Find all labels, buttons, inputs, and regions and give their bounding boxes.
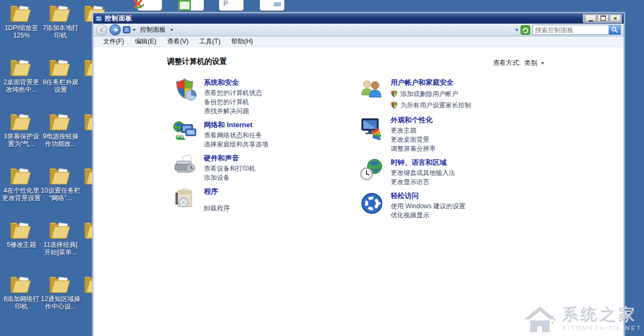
category-links: 查看设备和打印机添加设备	[204, 164, 255, 182]
task-link[interactable]: 调整屏幕分辨率	[391, 144, 436, 154]
control-panel-window: 控制面板 × 控制面板	[93, 13, 624, 336]
category-link-row: 查看设备和打印机	[204, 164, 255, 173]
category-title-R-1[interactable]: 外观和个性化	[391, 115, 433, 125]
category-title-L-0[interactable]: 系统和安全	[204, 78, 239, 87]
cutoff-doc-icon-green[interactable]	[176, 0, 204, 11]
menu-item-4[interactable]: 帮助(H)	[226, 37, 259, 46]
task-link[interactable]: 更改显示语言	[391, 178, 429, 187]
category-text: 程序 卸载程序	[204, 186, 230, 213]
green-mark-icon	[178, 0, 191, 11]
desktop-folder-item[interactable]: 5修改主题	[0, 219, 43, 273]
task-link[interactable]: 添加或删除用户帐户	[400, 89, 458, 99]
doc-page	[219, 0, 244, 11]
task-link[interactable]: 添加设备	[204, 173, 230, 182]
task-link[interactable]: 优化视频显示	[391, 211, 429, 220]
users-category-icon[interactable]	[359, 77, 385, 103]
control-panel-category: 时钟、语言和区域 更改键盘或其他输入法更改显示语言	[359, 157, 541, 187]
cutoff-doc-icon-p[interactable]: P	[216, 0, 244, 11]
category-column-right: 用户帐户和家庭安全 添加或删除用户帐户为所有用户设置家长控制 外观和个性化 更改…	[359, 77, 541, 224]
appearance-category-icon[interactable]	[359, 115, 385, 141]
close-button[interactable]: ×	[610, 14, 621, 22]
task-link[interactable]: 更改主题	[391, 126, 416, 135]
menu-item-3[interactable]: 工具(T)	[194, 37, 225, 46]
task-link[interactable]: 查看网络状态和任务	[204, 131, 262, 140]
task-link[interactable]: 查看设备和打印机	[204, 164, 255, 173]
category-links: 查看您的计算机状态备份您的计算机查找并解决问题	[204, 89, 262, 116]
task-link[interactable]: 更改键盘或其他输入法	[391, 169, 455, 178]
folder-label: 5修改主题	[7, 241, 36, 249]
printer-category-icon[interactable]	[172, 153, 198, 179]
category-link-row: 添加设备	[204, 173, 255, 182]
task-link[interactable]: 选择家庭组和共享选项	[204, 140, 268, 149]
minimize-icon	[589, 15, 593, 21]
desktop-folder-item[interactable]: 1DPI缩放至 125%	[0, 2, 43, 56]
view-by-chevron-down-icon[interactable]	[541, 62, 544, 64]
desktop-folder-item[interactable]: 2桌面背景更 改纯色中...	[0, 56, 43, 111]
history-chevron-down-icon[interactable]	[515, 29, 518, 31]
desktop-folder-item[interactable]: 6添加网络打 印机	[0, 273, 43, 327]
control-panel-category: 用户帐户和家庭安全 添加或删除用户帐户为所有用户设置家长控制	[359, 77, 541, 111]
menu-item-1[interactable]: 编辑(E)	[129, 37, 162, 46]
task-link[interactable]: 查看您的计算机状态	[204, 89, 262, 98]
task-link[interactable]: 更改桌面背景	[391, 135, 429, 144]
blue-mark-icon	[274, 2, 281, 6]
desktop-icon-column-1: 1DPI缩放至 125% 2桌面背景更 改纯色中... 3屏幕保护设 置为“气.…	[0, 2, 43, 327]
refresh-icon[interactable]	[521, 25, 530, 35]
search-input[interactable]	[533, 26, 609, 34]
menu-item-0[interactable]: 文件(F)	[98, 37, 129, 46]
task-link[interactable]: 查找并解决问题	[204, 107, 249, 116]
folder-label: 6添加网络打 印机	[4, 295, 40, 310]
forward-arrow-icon	[113, 27, 118, 32]
titlebar[interactable]: 控制面板 ×	[93, 13, 624, 24]
task-link[interactable]: 卸载程序	[204, 204, 230, 213]
clock-category-icon[interactable]	[359, 157, 385, 183]
task-link[interactable]: 备份您的计算机	[204, 98, 249, 107]
cutoff-doc-icon-x[interactable]	[134, 0, 162, 11]
address-breadcrumb[interactable]: 控制面板	[140, 25, 166, 34]
folder-label: 3屏幕保护设 置为“气...	[4, 133, 40, 148]
menu-item-2[interactable]: 查看(V)	[162, 37, 194, 46]
ease-category-icon[interactable]	[359, 191, 385, 216]
category-text: 系统和安全 查看您的计算机状态备份您的计算机查找并解决问题	[204, 77, 262, 116]
control-panel-category: 系统和安全 查看您的计算机状态备份您的计算机查找并解决问题	[172, 77, 355, 116]
forward-button[interactable]	[109, 24, 121, 35]
back-button[interactable]	[96, 24, 107, 35]
folder-label: 8任务栏外观 设置	[43, 78, 79, 93]
cutoff-doc-icon-plain[interactable]	[257, 0, 284, 11]
desktop-folder-item[interactable]: 4在个性化里 更改背景设置	[0, 165, 43, 219]
breadcrumb-chevron-down-icon[interactable]	[170, 29, 173, 31]
category-text: 轻松访问 使用 Windows 建议的设置优化视频显示	[391, 191, 465, 220]
network-category-icon[interactable]	[172, 120, 198, 145]
category-title-L-2[interactable]: 硬件和声音	[204, 154, 239, 163]
task-link[interactable]: 为所有用户设置家长控制	[400, 100, 471, 111]
category-text: 外观和个性化 更改主题更改桌面背景调整屏幕分辨率	[391, 115, 436, 154]
minimize-button[interactable]	[585, 14, 596, 22]
task-link[interactable]: 使用 Windows 建议的设置	[391, 202, 465, 211]
navigation-toolbar: 控制面板	[93, 24, 624, 36]
folder-icon	[48, 273, 73, 295]
desktop-folder-item[interactable]: 3屏幕保护设 置为“气...	[0, 111, 43, 165]
folder-icon	[9, 219, 34, 240]
search-button[interactable]	[609, 25, 620, 34]
program-category-icon[interactable]	[172, 186, 198, 212]
desktop: P 1DPI缩放至 125% 2桌面背景更 改纯色中... 3	[0, 0, 644, 336]
category-title-L-1[interactable]: 网络和 Internet	[204, 120, 252, 130]
category-title-R-2[interactable]: 时钟、语言和区域	[391, 158, 447, 167]
category-title-R-0[interactable]: 用户帐户和家庭安全	[391, 78, 453, 87]
category-text: 硬件和声音 查看设备和打印机添加设备	[204, 153, 255, 182]
address-chevron-down-icon[interactable]	[133, 29, 136, 31]
category-link-row: 查看网络状态和任务	[204, 131, 268, 140]
address-location-icon[interactable]	[123, 26, 130, 33]
shield-category-icon[interactable]	[172, 77, 198, 103]
category-title-L-3[interactable]: 程序	[204, 187, 218, 196]
window-controls: ×	[583, 14, 622, 23]
maximize-button[interactable]	[597, 14, 609, 22]
back-arrow-icon	[99, 27, 104, 32]
folder-label: 7添加本地打 印机	[43, 24, 79, 39]
folder-icon	[48, 2, 73, 24]
folder-icon	[9, 2, 34, 24]
category-title-R-3[interactable]: 轻松访问	[391, 191, 419, 201]
view-by-value[interactable]: 类别	[524, 59, 537, 68]
category-link-row: 更改显示语言	[391, 178, 455, 187]
uac-shield-icon	[391, 101, 398, 109]
